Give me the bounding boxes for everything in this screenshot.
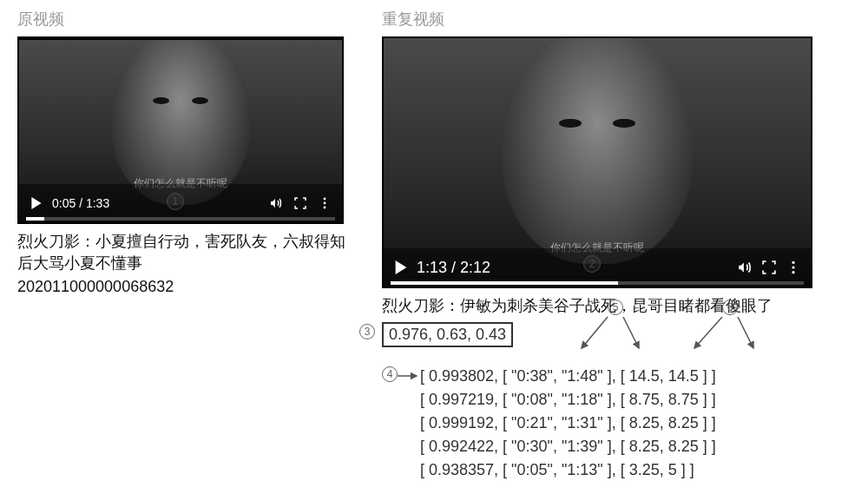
svg-point-3 xyxy=(792,261,794,264)
progress-bar[interactable] xyxy=(26,217,335,221)
progress-bar[interactable] xyxy=(391,281,804,285)
duplicate-video-player[interactable]: 你们怎么就是不听呢 2 1:13 / 2:12 xyxy=(382,36,812,288)
metrics-row: [ 0.992422, [ "0:30", "1:39" ], [ 8.25, … xyxy=(420,435,816,458)
metrics-row: [ 0.938357, [ "0:05", "1:13" ], [ 3.25, … xyxy=(420,458,816,481)
annotation-marker-5: 5 xyxy=(608,300,623,315)
more-icon[interactable] xyxy=(785,259,802,276)
fullscreen-icon[interactable] xyxy=(292,194,309,212)
metrics-row: [ 0.997219, [ "0:08", "1:18" ], [ 8.75, … xyxy=(420,388,816,412)
original-section-label: 原视频 xyxy=(17,9,347,30)
video-face-silhouette xyxy=(502,36,693,264)
progress-fill xyxy=(26,217,44,221)
original-video-title: 烈火刀影：小夏擅自行动，害死队友，六叔得知后大骂小夏不懂事 xyxy=(17,231,347,274)
svg-point-0 xyxy=(324,198,326,201)
annotation-arrow-4 xyxy=(398,370,420,382)
play-icon[interactable] xyxy=(28,194,45,212)
svg-point-1 xyxy=(324,202,326,205)
svg-point-5 xyxy=(792,271,794,273)
volume-icon[interactable] xyxy=(736,259,753,276)
timecode: 0:05 / 1:33 xyxy=(52,196,109,210)
svg-line-9 xyxy=(738,317,753,348)
duplicate-section-label: 重复视频 xyxy=(382,9,816,30)
original-video-id: 202011000000068632 xyxy=(17,278,347,296)
timecode: 1:13 / 2:12 xyxy=(417,259,490,277)
svg-point-4 xyxy=(792,266,794,268)
annotation-marker-3: 3 xyxy=(359,324,375,339)
progress-fill xyxy=(391,281,618,285)
svg-line-6 xyxy=(582,317,608,348)
video-controls: 0:05 / 1:33 xyxy=(19,184,342,222)
metrics-row: [ 0.999192, [ "0:21", "1:31" ], [ 8.25, … xyxy=(420,412,816,435)
original-video-column: 原视频 你们怎么就是不听呢 1 0:05 / 1:33 xyxy=(17,9,347,481)
svg-line-7 xyxy=(623,317,639,348)
metrics-row: [ 0.993802, [ "0:38", "1:48" ], [ 14.5, … xyxy=(420,365,816,388)
fullscreen-icon[interactable] xyxy=(760,259,778,276)
original-video-player[interactable]: 你们怎么就是不听呢 1 0:05 / 1:33 xyxy=(17,36,344,224)
duplicate-video-column: 重复视频 你们怎么就是不听呢 2 1:13 / 2:12 xyxy=(382,9,816,481)
svg-point-2 xyxy=(324,207,326,209)
metrics-block: 4 [ 0.993802, [ "0:38", "1:48" ], [ 14.5… xyxy=(382,365,816,481)
similarity-scores: 0.976, 0.63, 0.43 xyxy=(382,322,513,347)
volume-icon[interactable] xyxy=(267,194,285,212)
annotation-marker-6: 6 xyxy=(722,300,738,315)
annotation-marker-4: 4 xyxy=(382,366,398,382)
more-icon[interactable] xyxy=(316,194,333,212)
duplicate-video-title: 烈火刀影：伊敏为刺杀美谷子战死，昆哥目睹都看傻眼了 xyxy=(382,295,816,317)
svg-line-8 xyxy=(694,317,722,348)
play-icon[interactable] xyxy=(392,259,410,276)
annotation-arrows-56 xyxy=(556,313,781,353)
video-controls: 1:13 / 2:12 xyxy=(384,248,811,287)
